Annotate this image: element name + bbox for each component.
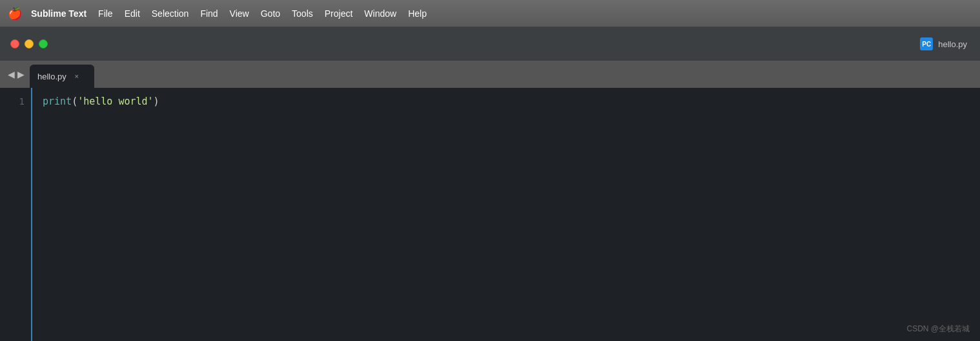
- code-keyword: print: [43, 93, 72, 110]
- line-number-gutter: 1: [0, 88, 32, 341]
- menu-item-help[interactable]: Help: [408, 8, 427, 19]
- menu-item-find[interactable]: Find: [200, 8, 218, 19]
- code-line-1: print('hello world'): [43, 93, 980, 110]
- menu-item-edit[interactable]: Edit: [125, 8, 140, 19]
- code-paren-close: ): [154, 93, 159, 110]
- menu-item-selection[interactable]: Selection: [152, 8, 189, 19]
- tab-next-arrow-icon[interactable]: ▶: [17, 69, 25, 79]
- traffic-lights: [10, 39, 48, 48]
- code-area[interactable]: print('hello world'): [32, 88, 980, 341]
- menu-item-goto[interactable]: Goto: [261, 8, 280, 19]
- editor-area: 1 print('hello world'): [0, 88, 980, 341]
- tab-nav-arrows: ◀ ▶: [3, 61, 30, 88]
- tab-bar: ◀ ▶ hello.py ×: [0, 61, 980, 88]
- tab-close-button[interactable]: ×: [72, 71, 82, 81]
- tab-prev-arrow-icon[interactable]: ◀: [8, 69, 15, 79]
- menu-item-view[interactable]: View: [230, 8, 249, 19]
- window-title-label: hello.py: [938, 39, 967, 49]
- code-paren-open: (: [72, 93, 77, 110]
- title-bar: PC hello.py: [0, 27, 980, 61]
- minimize-window-button[interactable]: [25, 39, 34, 48]
- menu-item-tools[interactable]: Tools: [292, 8, 313, 19]
- menu-item-file[interactable]: File: [98, 8, 113, 19]
- tab-filename: hello.py: [37, 72, 66, 81]
- code-string: 'hello world': [77, 93, 153, 110]
- pc-icon: PC: [920, 37, 933, 50]
- menu-item-project[interactable]: Project: [325, 8, 353, 19]
- maximize-window-button[interactable]: [39, 39, 48, 48]
- app-name[interactable]: Sublime Text: [31, 8, 87, 19]
- line-number-1: 1: [0, 93, 31, 110]
- apple-menu-icon[interactable]: 🍎: [8, 6, 22, 21]
- window-title-area: PC hello.py: [920, 27, 980, 61]
- menu-item-window[interactable]: Window: [364, 8, 396, 19]
- menu-bar: 🍎 Sublime Text File Edit Selection Find …: [0, 0, 980, 27]
- watermark: CSDN @全栈若城: [906, 324, 970, 335]
- file-tab[interactable]: hello.py ×: [30, 65, 94, 88]
- close-window-button[interactable]: [10, 39, 19, 48]
